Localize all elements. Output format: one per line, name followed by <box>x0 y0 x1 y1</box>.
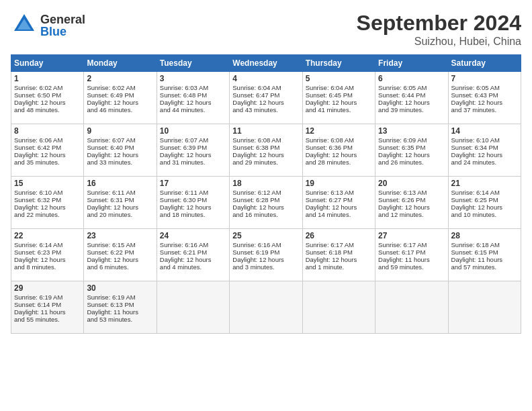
day-info-line: Sunset: 6:26 PM <box>378 196 445 203</box>
calendar-cell <box>230 281 302 334</box>
day-info-line: Sunset: 6:45 PM <box>306 91 372 99</box>
day-info-line: Daylight: 12 hours <box>14 99 81 106</box>
day-info-line: Daylight: 12 hours <box>306 256 372 263</box>
day-info-line: Sunset: 6:30 PM <box>160 196 226 203</box>
day-info-line: Sunrise: 6:07 AM <box>87 136 153 144</box>
day-info-line: and 18 minutes. <box>160 211 226 218</box>
calendar-cell: 5Sunrise: 6:04 AMSunset: 6:45 PMDaylight… <box>302 72 375 124</box>
location: Suizhou, Hubei, China <box>357 36 521 48</box>
day-info-line: Sunrise: 6:15 AM <box>87 241 153 248</box>
col-header-monday: Monday <box>84 55 157 72</box>
day-info-line: Sunset: 6:25 PM <box>451 196 518 203</box>
day-info-line: and 29 minutes. <box>232 158 299 166</box>
day-info-line: Daylight: 12 hours <box>306 99 372 106</box>
day-info-line: Sunrise: 6:05 AM <box>451 84 518 91</box>
day-info-line: Sunset: 6:28 PM <box>232 196 299 203</box>
calendar-cell: 17Sunrise: 6:11 AMSunset: 6:30 PMDayligh… <box>157 177 229 229</box>
day-info-line: Sunset: 6:27 PM <box>306 196 372 203</box>
day-info-line: Sunrise: 6:13 AM <box>306 189 372 196</box>
day-info-line: and 33 minutes. <box>87 158 153 166</box>
day-info-line: Daylight: 12 hours <box>232 203 299 211</box>
day-number: 24 <box>160 231 226 240</box>
day-number: 22 <box>14 231 81 240</box>
day-number: 2 <box>87 74 153 83</box>
day-info-line: Sunset: 6:32 PM <box>14 196 81 203</box>
col-header-saturday: Saturday <box>448 55 521 72</box>
calendar-body: 1Sunrise: 6:02 AMSunset: 6:50 PMDaylight… <box>11 72 521 334</box>
day-info-line: Daylight: 12 hours <box>14 203 81 211</box>
day-number: 21 <box>451 179 518 188</box>
day-info-line: Sunset: 6:47 PM <box>232 91 299 99</box>
calendar-cell: 7Sunrise: 6:05 AMSunset: 6:43 PMDaylight… <box>448 72 521 124</box>
day-info-line: Sunrise: 6:08 AM <box>232 136 299 144</box>
day-info-line: Daylight: 12 hours <box>232 256 299 263</box>
day-info-line: Sunrise: 6:05 AM <box>378 84 445 91</box>
day-number: 5 <box>306 74 372 83</box>
calendar-cell: 14Sunrise: 6:10 AMSunset: 6:34 PMDayligh… <box>448 124 521 177</box>
day-info-line: Sunrise: 6:11 AM <box>87 189 153 196</box>
day-info-line: Sunset: 6:40 PM <box>87 144 153 151</box>
day-info-line: Sunrise: 6:03 AM <box>160 84 226 91</box>
day-number: 12 <box>306 126 372 136</box>
day-info-line: and 24 minutes. <box>451 158 518 166</box>
day-info-line: Daylight: 12 hours <box>232 99 299 106</box>
day-info-line: Sunset: 6:44 PM <box>378 91 445 99</box>
day-info-line: and 3 minutes. <box>232 263 299 271</box>
day-info-line: Sunrise: 6:18 AM <box>451 241 518 248</box>
calendar-cell <box>448 281 521 334</box>
day-info-line: Sunrise: 6:02 AM <box>14 84 81 91</box>
day-info-line: Sunrise: 6:17 AM <box>378 241 445 248</box>
day-info-line: and 26 minutes. <box>378 158 445 166</box>
day-info-line: Sunrise: 6:14 AM <box>451 189 518 196</box>
calendar-cell: 23Sunrise: 6:15 AMSunset: 6:22 PMDayligh… <box>84 229 157 281</box>
calendar-cell: 29Sunrise: 6:19 AMSunset: 6:14 PMDayligh… <box>11 281 84 334</box>
day-info-line: Sunset: 6:48 PM <box>160 91 226 99</box>
day-info-line: Daylight: 12 hours <box>14 256 81 263</box>
day-info-line: Daylight: 12 hours <box>378 99 445 106</box>
logo-icon <box>11 11 38 40</box>
day-info-line: Sunrise: 6:10 AM <box>14 189 81 196</box>
day-info-line: Sunrise: 6:16 AM <box>232 241 299 248</box>
day-info-line: Daylight: 12 hours <box>378 151 445 158</box>
calendar-cell: 12Sunrise: 6:08 AMSunset: 6:36 PMDayligh… <box>302 124 375 177</box>
day-info-line: Sunrise: 6:19 AM <box>14 293 81 301</box>
day-info-line: and 6 minutes. <box>87 263 153 271</box>
calendar-cell: 3Sunrise: 6:03 AMSunset: 6:48 PMDaylight… <box>157 72 229 124</box>
calendar-cell: 11Sunrise: 6:08 AMSunset: 6:38 PMDayligh… <box>230 124 302 177</box>
day-info-line: Sunset: 6:18 PM <box>306 248 372 256</box>
day-info-line: and 48 minutes. <box>14 106 81 113</box>
day-info-line: and 43 minutes. <box>232 106 299 113</box>
day-info-line: Daylight: 11 hours <box>378 256 445 263</box>
day-info-line: Daylight: 12 hours <box>451 151 518 158</box>
col-header-sunday: Sunday <box>11 55 84 72</box>
day-info-line: and 53 minutes. <box>87 316 153 323</box>
day-number: 28 <box>451 231 518 240</box>
day-info-line: Daylight: 12 hours <box>232 151 299 158</box>
logo-general-text: General <box>40 13 85 26</box>
day-number: 25 <box>232 231 299 240</box>
calendar-cell: 2Sunrise: 6:02 AMSunset: 6:49 PMDaylight… <box>84 72 157 124</box>
day-number: 26 <box>306 231 372 240</box>
day-info-line: Sunrise: 6:04 AM <box>306 84 372 91</box>
page: General Blue September 2024 Suizhou, Hub… <box>0 0 532 411</box>
day-info-line: Daylight: 12 hours <box>160 256 226 263</box>
day-info-line: and 12 minutes. <box>378 211 445 218</box>
day-info-line: Daylight: 12 hours <box>160 203 226 211</box>
month-title: September 2024 Suizhou, Hubei, China <box>357 11 521 48</box>
day-info-line: Sunset: 6:35 PM <box>378 144 445 151</box>
week-row-1: 8Sunrise: 6:06 AMSunset: 6:42 PMDaylight… <box>11 124 521 177</box>
week-row-0: 1Sunrise: 6:02 AMSunset: 6:50 PMDaylight… <box>11 72 521 124</box>
day-info-line: Sunset: 6:31 PM <box>87 196 153 203</box>
day-info-line: and 46 minutes. <box>87 106 153 113</box>
calendar-cell <box>375 281 448 334</box>
day-number: 29 <box>14 283 81 293</box>
day-info-line: Daylight: 11 hours <box>14 308 81 316</box>
week-row-2: 15Sunrise: 6:10 AMSunset: 6:32 PMDayligh… <box>11 177 521 229</box>
calendar-cell: 9Sunrise: 6:07 AMSunset: 6:40 PMDaylight… <box>84 124 157 177</box>
day-info-line: Daylight: 12 hours <box>87 256 153 263</box>
calendar-cell <box>302 281 375 334</box>
calendar-header: SundayMondayTuesdayWednesdayThursdayFrid… <box>11 55 521 72</box>
calendar-cell: 4Sunrise: 6:04 AMSunset: 6:47 PMDaylight… <box>230 72 302 124</box>
calendar-cell: 8Sunrise: 6:06 AMSunset: 6:42 PMDaylight… <box>11 124 84 177</box>
day-info-line: and 37 minutes. <box>451 106 518 113</box>
